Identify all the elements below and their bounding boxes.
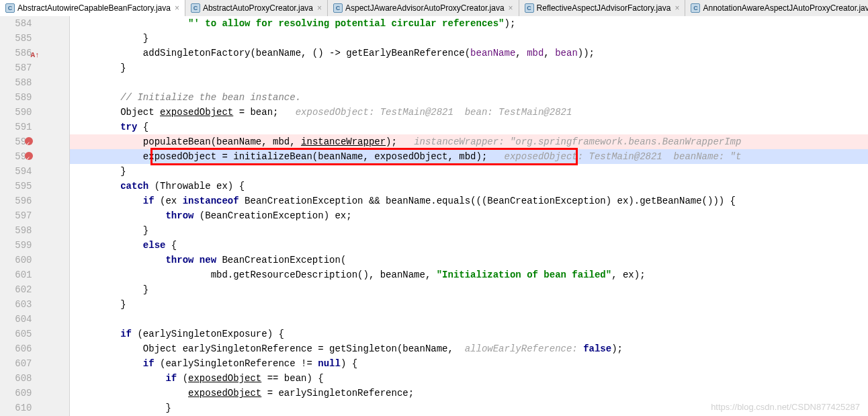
code-line[interactable]: } (70, 31, 868, 46)
code-line[interactable]: addSingletonFactory(beanName, () -> getE… (70, 46, 868, 60)
code-line-current[interactable]: exposedObject = initializeBean(beanName,… (70, 149, 868, 164)
code-line[interactable]: try { (70, 120, 868, 134)
code-line[interactable]: else { (70, 238, 868, 253)
close-icon[interactable]: × (675, 3, 679, 13)
tab-file-1[interactable]: C AbstractAutoProxyCreator.java × (185, 0, 328, 16)
close-icon[interactable]: × (175, 3, 179, 13)
code-line[interactable]: } (70, 164, 868, 179)
code-line[interactable]: if (earlySingletonReference != null) { (70, 356, 868, 371)
java-class-icon: C (191, 3, 200, 13)
code-line[interactable]: // Initialize the bean instance. (70, 90, 868, 105)
java-class-icon: C (333, 3, 343, 13)
code-line[interactable]: "' to allow for resolving potential circ… (70, 16, 868, 31)
close-icon[interactable]: × (509, 3, 513, 13)
code-line[interactable]: catch (Throwable ex) { (70, 179, 868, 194)
code-line[interactable]: exposedObject = earlySingletonReference; (70, 386, 868, 401)
tab-label: AspectJAwareAdvisorAutoProxyCreator.java (345, 3, 505, 13)
code-line[interactable] (70, 312, 868, 327)
code-line[interactable]: if (earlySingletonExposure) { (70, 327, 868, 341)
marker-icon: A↑ (30, 48, 39, 63)
tab-label: AbstractAutowireCapableBeanFactory.java (17, 3, 171, 13)
gutter-markers: A↑ (38, 16, 69, 416)
tab-file-3[interactable]: C ReflectiveAspectJAdvisorFactory.java × (519, 0, 686, 16)
watermark: https://blog.csdn.net/CSDN877425287 (711, 402, 860, 412)
code-line[interactable]: } (70, 297, 868, 312)
code-line[interactable]: } (70, 282, 868, 297)
code-line[interactable]: if (ex instanceof BeanCreationException … (70, 194, 868, 208)
code-area[interactable]: "' to allow for resolving potential circ… (70, 16, 868, 416)
tab-label: ReflectiveAspectJAdvisorFactory.java (537, 3, 671, 13)
tab-label: AnnotationAwareAspectJAutoProxyCreator.j… (703, 3, 868, 13)
code-line[interactable] (70, 75, 868, 90)
tab-file-0[interactable]: C AbstractAutowireCapableBeanFactory.jav… (0, 0, 185, 16)
java-class-icon: C (525, 3, 534, 13)
java-class-icon: C (5, 3, 15, 13)
tab-bar: C AbstractAutowireCapableBeanFactory.jav… (0, 0, 868, 16)
code-line[interactable]: if (exposedObject == bean) { (70, 371, 868, 386)
code-line[interactable]: throw (BeanCreationException) ex; (70, 208, 868, 223)
code-editor[interactable]: 5845855865875885895905915925935945955965… (0, 16, 868, 416)
tab-file-4[interactable]: C AnnotationAwareAspectJAutoProxyCreator… (685, 0, 868, 16)
code-line[interactable]: Object exposedObject = bean; exposedObje… (70, 105, 868, 120)
close-icon[interactable]: × (317, 3, 322, 13)
gutter: 5845855865875885895905915925935945955965… (0, 16, 70, 416)
java-class-icon: C (691, 3, 700, 13)
code-line[interactable]: throw new BeanCreationException( (70, 253, 868, 267)
code-line[interactable]: mbd.getResourceDescription(), beanName, … (70, 267, 868, 282)
code-line[interactable]: Object earlySingletonReference = getSing… (70, 341, 868, 356)
tab-label: AbstractAutoProxyCreator.java (203, 3, 313, 13)
code-line[interactable]: } (70, 60, 868, 75)
code-line[interactable]: populateBean(beanName, mbd, instanceWrap… (70, 134, 868, 149)
code-line[interactable]: } (70, 223, 868, 238)
line-numbers: 5845855865875885895905915925935945955965… (0, 16, 38, 416)
tab-file-2[interactable]: C AspectJAwareAdvisorAutoProxyCreator.ja… (328, 0, 519, 16)
